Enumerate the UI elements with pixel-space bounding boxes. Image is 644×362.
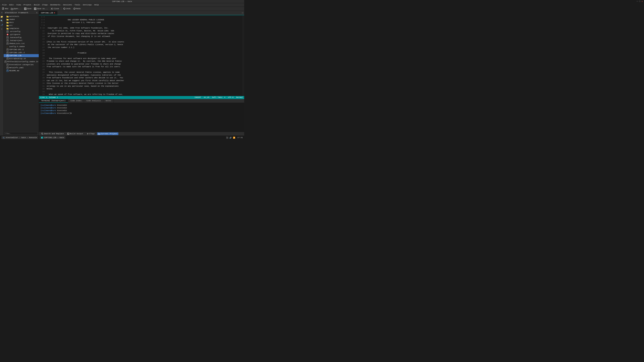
refresh-icon[interactable]: ↻ [36, 11, 38, 14]
tab-bar: COPYING.LIB ● □ [39, 11, 244, 15]
encoding-status: UTF-8 [228, 96, 234, 98]
side-icons: ≡ 📁 🔍 ⎇ ★ [0, 11, 4, 136]
status-bar: Line 1, Column 1 INSERT en_US Soft Tabs:… [39, 96, 244, 99]
taskbar-icons: ⬛ 🔊 📶 [226, 137, 235, 139]
menu-project[interactable]: Project [22, 3, 32, 6]
redo-button[interactable]: Redo [72, 7, 82, 10]
bottom-tab-terminal[interactable]: Terminal (kateproject) [39, 99, 68, 103]
tree-item-copying-gpl2[interactable]: COPYING-GPL-2 [4, 48, 39, 51]
menu-ctags[interactable]: CTags [41, 3, 49, 6]
taskbar: ktexteditor : kate — Konsole K COPYING.L… [0, 136, 244, 139]
tree-item-copying-lib[interactable]: COPYING.LIB [4, 54, 39, 57]
bottom-panel: Terminal (kateproject) Code Index Code A… [39, 99, 244, 136]
file-tree-icon[interactable]: 📁 [0, 15, 3, 18]
tree-item-templates[interactable]: templates [4, 27, 39, 30]
sidebar-toggle-icon[interactable]: ≡ [0, 11, 3, 14]
bottom-tab-code-index[interactable]: Code Index [68, 99, 84, 103]
tree-item-gitignore[interactable]: .gitignore [4, 33, 39, 36]
bottom-tab-code-analysis[interactable]: Code Analysis [84, 99, 103, 103]
code-text[interactable]: GNU LESSER GENERAL PUBLIC LICENSE Versio… [46, 15, 242, 96]
save-button[interactable]: Save [23, 7, 32, 10]
project-name: KTextEditor Framework [5, 12, 28, 14]
saveas-button[interactable]: Save As... [33, 7, 49, 10]
taskbar-konsole-label: ktexteditor : kate — Konsole [6, 137, 37, 139]
undo-button[interactable]: Undo [62, 7, 72, 10]
taskbar-kate[interactable]: K COPYING.LIB — Kate [40, 136, 66, 139]
file-tree-content: autotests cmake docs src [4, 14, 39, 131]
new-button[interactable]: New [1, 7, 9, 10]
toolbar: New Open... Save Save As... Close Undo R… [0, 7, 244, 11]
editor-tab-copying-lib[interactable]: COPYING.LIB ● [39, 11, 57, 15]
menu-edit[interactable]: Edit [8, 3, 15, 6]
menu-help[interactable]: Help [93, 3, 100, 6]
file-tree-panel: KTextEditor Framework ↻ autotests cmake … [4, 11, 39, 136]
menu-bookmarks[interactable]: Bookmarks [49, 3, 62, 6]
tree-item-cmake[interactable]: cmake [4, 18, 39, 21]
menu-file[interactable]: File [1, 3, 8, 6]
cursor-position: Line 1, Column 1 [40, 96, 58, 98]
tree-item-autotests[interactable]: autotests [4, 15, 39, 18]
file-tree-header: KTextEditor Framework ↻ [4, 11, 39, 14]
bottom-toolbar: Search and Replace Build Output CTags Cu… [39, 132, 244, 136]
current-project-button[interactable]: Current Project [97, 132, 118, 135]
menu-sessions[interactable]: Sessions [62, 3, 73, 6]
menu-settings[interactable]: Settings [82, 3, 93, 6]
menu-build[interactable]: Build [33, 3, 40, 6]
taskbar-kate-label: COPYING.LIB — Kate [44, 137, 64, 139]
taskbar-konsole[interactable]: ktexteditor : kate — Konsole [1, 136, 38, 139]
editor-content: 1 2 3 4 5 6 7 8 9 10 11 12 13 14 15 16 1… [39, 15, 244, 96]
filter-box [4, 131, 39, 136]
taskbar-time: 17:31 [237, 137, 243, 139]
search-replace-button[interactable]: Search and Replace [40, 132, 65, 135]
tree-item-kateconfig[interactable]: .kateconfig [4, 36, 39, 39]
bookmark-icon[interactable]: ★ [0, 28, 3, 30]
svg-rect-2 [25, 8, 26, 8]
svg-text:⚠: ⚠ [7, 46, 8, 48]
tree-item-categories[interactable]: ktexteditor.categories [4, 63, 39, 66]
tree-item-cmakelists[interactable]: CMakeLists.txt [4, 42, 39, 45]
tree-item-readme[interactable]: README.md [4, 69, 39, 72]
menu-tools[interactable]: Tools [74, 3, 81, 6]
git-icon[interactable]: ⎇ [0, 24, 3, 26]
search-icon[interactable]: 🔍 [0, 19, 3, 22]
maximize-editor-icon[interactable]: □ [242, 12, 243, 14]
tree-item-docs[interactable]: docs [4, 21, 39, 24]
status-right: INSERT en_US Soft Tabs: 4 UTF-8 Normal [194, 96, 243, 98]
svg-rect-3 [25, 9, 26, 9]
language-status: en_US [204, 96, 209, 98]
view-mode-status: Normal [236, 96, 243, 98]
svg-rect-0 [2, 8, 4, 9]
build-output-button[interactable]: Build Output [66, 132, 84, 135]
terminal-line-1: [cullmann@kuro ktextedit [40, 104, 242, 107]
tree-item-kf5config[interactable]: KF5TextEditorConfig.cmake.in [4, 60, 39, 63]
editor-area: COPYING.LIB ● □ 1 2 3 4 5 6 7 8 9 10 11 … [39, 11, 244, 136]
tab-close-icon[interactable]: ● [54, 12, 55, 14]
line-numbers: 1 2 3 4 5 6 7 8 9 10 11 12 13 14 15 16 1… [39, 15, 46, 96]
tree-item-metainfo[interactable]: metainfo.yaml [4, 66, 39, 69]
title-bar: COPYING.LIB — Kate ─ □ ✕ [0, 0, 244, 3]
tab-width-status: Soft Tabs: 4 [212, 96, 225, 98]
insert-mode: INSERT [194, 96, 201, 98]
tree-item-arcconfig[interactable]: .arcconfig [4, 30, 39, 33]
main-area: ≡ 📁 🔍 ⎇ ★ KTextEditor Framework ↻ autote… [0, 11, 244, 136]
bottom-tab-notes[interactable]: Notes [103, 99, 114, 103]
svg-text:K: K [42, 137, 42, 139]
svg-rect-51 [3, 137, 5, 139]
tree-item-copying-lgpl2[interactable]: COPYING-LGPL-2 [4, 51, 39, 54]
ctags-button[interactable]: CTags [86, 132, 96, 135]
open-button[interactable]: Open... [10, 7, 22, 10]
menu-view[interactable]: View [15, 3, 22, 6]
close-file-button[interactable]: Close [50, 7, 60, 10]
svg-line-48 [42, 134, 43, 135]
filter-input[interactable] [5, 132, 38, 135]
bottom-tabs: Terminal (kateproject) Code Index Code A… [39, 99, 244, 103]
svg-point-47 [42, 133, 43, 134]
tree-item-config-h-cmake[interactable]: ⚠ config.h.cmake [4, 45, 39, 48]
tree-item-src[interactable]: src [4, 24, 39, 27]
terminal-line-2: [cullmann@kuro ktextedit [40, 107, 242, 109]
menu-bar: File Edit View Project Build CTags Bookm… [0, 3, 244, 7]
tree-item-kateproject[interactable]: .kateproject [4, 39, 39, 42]
tree-item-extradesktop[interactable]: ExtraDesktop.sh [4, 57, 39, 60]
terminal-content[interactable]: [cullmann@kuro ktextedit [cullmann@kuro … [39, 103, 244, 132]
svg-rect-6 [34, 9, 36, 9]
